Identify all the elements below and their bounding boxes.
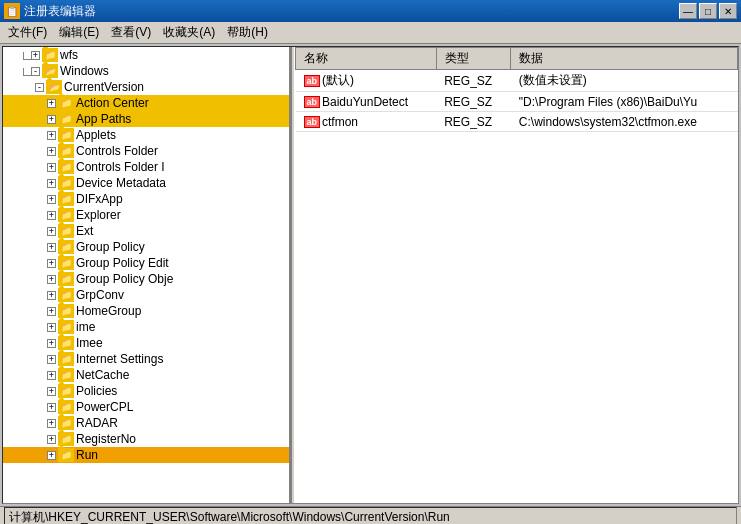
menu-file[interactable]: 文件(F) xyxy=(2,22,53,43)
folder-icon-wfs: 📁 xyxy=(42,48,58,62)
tree-item-imee[interactable]: + 📁 Imee xyxy=(3,335,289,351)
folder-icon-internetsettings: 📁 xyxy=(58,352,74,366)
expand-grouppolicyedit[interactable]: + xyxy=(47,259,56,268)
titlebar: 📋 注册表编辑器 — □ ✕ xyxy=(0,0,741,22)
expand-grpconv[interactable]: + xyxy=(47,291,56,300)
col-header-data: 数据 xyxy=(511,48,738,70)
menu-favorites[interactable]: 收藏夹(A) xyxy=(157,22,221,43)
expand-controlsfolder1[interactable]: + xyxy=(47,147,56,156)
reg-name-2: ctfmon xyxy=(322,115,358,129)
tree-label-grouppolicy: Group Policy xyxy=(76,240,145,254)
tree-item-actioncenter[interactable]: + 📁 Action Center xyxy=(3,95,289,111)
expand-powercpl[interactable]: + xyxy=(47,403,56,412)
tree-label-devicemetadata: Device Metadata xyxy=(76,176,166,190)
expand-currentversion[interactable]: - xyxy=(35,83,44,92)
expand-imee[interactable]: + xyxy=(47,339,56,348)
tree-item-applets[interactable]: + 📁 Applets xyxy=(3,127,289,143)
folder-icon-powercpl: 📁 xyxy=(58,400,74,414)
minimize-button[interactable]: — xyxy=(679,3,697,19)
folder-icon-applets: 📁 xyxy=(58,128,74,142)
tree-item-powercpl[interactable]: + 📁 PowerCPL xyxy=(3,399,289,415)
tree-label-netcache: NetCache xyxy=(76,368,129,382)
tree-item-wfs[interactable]: + 📁 wfs xyxy=(3,47,289,63)
expand-internetsettings[interactable]: + xyxy=(47,355,56,364)
reg-ab-icon-0: ab xyxy=(304,75,321,87)
cell-type-2: REG_SZ xyxy=(436,112,511,132)
expand-apppaths[interactable]: + xyxy=(47,115,56,124)
table-row[interactable]: ab ctfmon REG_SZ C:\windows\system32\ctf… xyxy=(296,112,738,132)
expand-controlsfolder2[interactable]: + xyxy=(47,163,56,172)
right-scroll[interactable]: 名称 类型 数据 ab (默认) REG_SZ xyxy=(295,47,738,503)
tree-item-apppaths[interactable]: + 📁 App Paths xyxy=(3,111,289,127)
folder-icon-ext: 📁 xyxy=(58,224,74,238)
expand-difxapp[interactable]: + xyxy=(47,195,56,204)
col-header-name: 名称 xyxy=(296,48,437,70)
app-icon: 📋 xyxy=(4,3,20,19)
cell-name-2: ab ctfmon xyxy=(296,112,437,132)
folder-icon-windows: 📂 xyxy=(42,64,58,78)
tree-label-policies: Policies xyxy=(76,384,117,398)
expand-grouppolicy[interactable]: + xyxy=(47,243,56,252)
tree-item-windows[interactable]: - 📂 Windows xyxy=(3,63,289,79)
close-button[interactable]: ✕ xyxy=(719,3,737,19)
table-row[interactable]: ab (默认) REG_SZ (数值未设置) xyxy=(296,70,738,92)
expand-ext[interactable]: + xyxy=(47,227,56,236)
tree-item-grouppolicyobje[interactable]: + 📁 Group Policy Obje xyxy=(3,271,289,287)
expand-applets[interactable]: + xyxy=(47,131,56,140)
menu-help[interactable]: 帮助(H) xyxy=(221,22,274,43)
expand-radar[interactable]: + xyxy=(47,419,56,428)
maximize-button[interactable]: □ xyxy=(699,3,717,19)
expand-wfs[interactable]: + xyxy=(31,51,40,60)
table-row[interactable]: ab BaiduYunDetect REG_SZ "D:\Program Fil… xyxy=(296,92,738,112)
menu-view[interactable]: 查看(V) xyxy=(105,22,157,43)
tree-item-radar[interactable]: + 📁 RADAR xyxy=(3,415,289,431)
tree-item-controlsfolder2[interactable]: + 📁 Controls Folder I xyxy=(3,159,289,175)
reg-name-0: (默认) xyxy=(322,72,354,89)
tree-label-internetsettings: Internet Settings xyxy=(76,352,163,366)
folder-icon-devicemetadata: 📁 xyxy=(58,176,74,190)
tree-label-homegroup: HomeGroup xyxy=(76,304,141,318)
tree-item-registerno[interactable]: + 📁 RegisterNo xyxy=(3,431,289,447)
tree-label-difxapp: DIFxApp xyxy=(76,192,123,206)
reg-icon-1: ab BaiduYunDetect xyxy=(304,95,409,109)
tree-item-policies[interactable]: + 📁 Policies xyxy=(3,383,289,399)
tree-item-netcache[interactable]: + 📁 NetCache xyxy=(3,367,289,383)
expand-explorer[interactable]: + xyxy=(47,211,56,220)
tree-item-run[interactable]: + 📁 Run xyxy=(3,447,289,463)
window-title: 注册表编辑器 xyxy=(24,3,679,20)
tree-item-currentversion[interactable]: - 📂 CurrentVersion xyxy=(3,79,289,95)
tree-item-homegroup[interactable]: + 📁 HomeGroup xyxy=(3,303,289,319)
expand-policies[interactable]: + xyxy=(47,387,56,396)
reg-icon-0: ab (默认) xyxy=(304,72,355,89)
expand-windows[interactable]: - xyxy=(31,67,40,76)
menubar: 文件(F) 编辑(E) 查看(V) 收藏夹(A) 帮助(H) xyxy=(0,22,741,44)
tree-label-run: Run xyxy=(76,448,98,462)
tree-item-ext[interactable]: + 📁 Ext xyxy=(3,223,289,239)
tree-item-grouppolicy[interactable]: + 📁 Group Policy xyxy=(3,239,289,255)
folder-icon-apppaths: 📁 xyxy=(58,112,74,126)
tree-item-ime[interactable]: + 📁 ime xyxy=(3,319,289,335)
tree-item-difxapp[interactable]: + 📁 DIFxApp xyxy=(3,191,289,207)
tree-item-internetsettings[interactable]: + 📁 Internet Settings xyxy=(3,351,289,367)
cell-data-1: "D:\Program Files (x86)\BaiDu\Yu xyxy=(511,92,738,112)
tree-item-devicemetadata[interactable]: + 📁 Device Metadata xyxy=(3,175,289,191)
tree-scroll[interactable]: + 📁 wfs - 📂 Windows - 📂 CurrentVersion +… xyxy=(3,47,289,503)
expand-devicemetadata[interactable]: + xyxy=(47,179,56,188)
tree-item-grouppolicyedit[interactable]: + 📁 Group Policy Edit xyxy=(3,255,289,271)
tree-panel: + 📁 wfs - 📂 Windows - 📂 CurrentVersion +… xyxy=(3,47,291,503)
expand-ime[interactable]: + xyxy=(47,323,56,332)
tree-label-wfs: wfs xyxy=(60,48,78,62)
expand-run[interactable]: + xyxy=(47,451,56,460)
tree-item-explorer[interactable]: + 📁 Explorer xyxy=(3,207,289,223)
folder-icon-controlsfolder2: 📁 xyxy=(58,160,74,174)
tree-item-grpconv[interactable]: + 📁 GrpConv xyxy=(3,287,289,303)
expand-registerno[interactable]: + xyxy=(47,435,56,444)
expand-grouppolicyobje[interactable]: + xyxy=(47,275,56,284)
expand-netcache[interactable]: + xyxy=(47,371,56,380)
expand-actioncenter[interactable]: + xyxy=(47,99,56,108)
folder-icon-grouppolicyedit: 📁 xyxy=(58,256,74,270)
tree-label-windows: Windows xyxy=(60,64,109,78)
menu-edit[interactable]: 编辑(E) xyxy=(53,22,105,43)
tree-item-controlsfolder1[interactable]: + 📁 Controls Folder xyxy=(3,143,289,159)
expand-homegroup[interactable]: + xyxy=(47,307,56,316)
